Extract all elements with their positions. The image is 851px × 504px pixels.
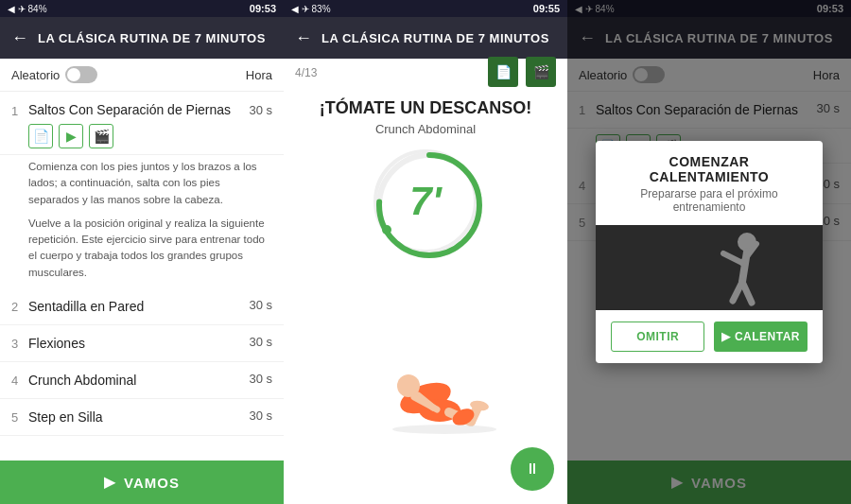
- timer-circle: 7': [373, 149, 478, 253]
- calentar-button[interactable]: ▶ CALENTAR: [714, 322, 808, 352]
- modal-overlay: COMENZAR CALENTAMIENTO Prepararse para e…: [567, 0, 851, 504]
- vamos-button-left[interactable]: ▶ VAMOS: [0, 461, 284, 504]
- exercise-name-4: Crunch Abdominal: [28, 373, 136, 388]
- rest-section: ¡TÓMATE UN DESCANSO! Crunch Abdominal 7': [284, 83, 567, 272]
- exercise-duration-1: 30 s: [249, 103, 272, 117]
- modal-card: COMENZAR CALENTAMIENTO Prepararse para e…: [596, 141, 823, 363]
- status-time-mid: 09:55: [533, 3, 560, 14]
- exercise-desc-1a: Comienza con los pies juntos y los brazo…: [0, 155, 284, 216]
- exercise-num-5: 5: [11, 410, 28, 425]
- exercise-info-3: Flexiones: [28, 335, 249, 352]
- notes-btn-mid[interactable]: 📄: [488, 57, 518, 87]
- aleatorio-control: Aleatorio: [11, 66, 97, 83]
- header-mid: ← LA CLÁSICA RUTINA DE 7 MINUTOS 📄 🎬: [284, 17, 567, 59]
- exercise-duration-4: 30 s: [249, 372, 272, 386]
- middle-panel: ◀ ✈ 83% 09:55 ← LA CLÁSICA RUTINA DE 7 M…: [284, 0, 567, 504]
- modal-header: COMENZAR CALENTAMIENTO Prepararse para e…: [596, 141, 823, 225]
- exercise-actions-1: 📄 ▶ 🎬: [28, 124, 113, 148]
- aleatorio-label: Aleatorio: [11, 68, 60, 82]
- svg-point-2: [382, 225, 391, 235]
- exercise-duration-3: 30 s: [249, 335, 272, 349]
- warmup-figure: [596, 225, 823, 310]
- video-icon-1[interactable]: 🎬: [89, 124, 113, 148]
- svg-rect-13: [596, 225, 823, 310]
- header-title-left: LA CLÁSICA RUTINA DE 7 MINUTOS: [38, 31, 266, 45]
- play-icon-1[interactable]: ▶: [59, 124, 83, 148]
- calentar-label: CALENTAR: [735, 330, 800, 343]
- rest-title: ¡TÓMATE UN DESCANSO!: [320, 98, 532, 118]
- exercise-row-1: 1 Saltos Con Separación de Piernas 30 s: [11, 101, 272, 118]
- back-button-mid[interactable]: ←: [295, 28, 312, 48]
- exercise-num-3: 3: [11, 337, 28, 351]
- vamos-play-icon-left: ▶: [104, 474, 116, 491]
- crunch-figure: [331, 327, 520, 450]
- modal-title: COMENZAR CALENTAMIENTO: [611, 154, 808, 184]
- controls-row-left: Aleatorio Hora: [0, 59, 284, 92]
- pause-button[interactable]: ⏸: [511, 447, 554, 491]
- exercise-info-5: Step en Silla: [28, 408, 249, 426]
- back-button-left[interactable]: ←: [11, 28, 28, 48]
- pause-icon: ⏸: [525, 461, 540, 478]
- header-left: ← LA CLÁSICA RUTINA DE 7 MINUTOS: [0, 17, 284, 59]
- right-panel: ◀ ✈ 84% 09:53 ← LA CLÁSICA RUTINA DE 7 M…: [567, 0, 851, 504]
- exercise-num-2: 2: [11, 300, 28, 314]
- aleatorio-toggle[interactable]: [65, 66, 97, 83]
- exercise-duration-5: 30 s: [249, 408, 272, 423]
- exercise-item-4: 4 Crunch Abdominal 30 s: [0, 362, 284, 399]
- exercise-name-5: Step en Silla: [28, 409, 103, 425]
- status-left-icons: ◀ ✈ 84%: [8, 4, 47, 14]
- modal-subtitle: Prepararse para el próximo entrenamiento: [611, 187, 808, 214]
- notes-icon-1[interactable]: 📄: [28, 124, 53, 148]
- exercise-name-1: Saltos Con Separación de Piernas: [28, 102, 231, 117]
- modal-buttons: OMITIR ▶ CALENTAR: [596, 310, 823, 363]
- exercise-list-left: 1 Saltos Con Separación de Piernas 30 s …: [0, 92, 284, 461]
- status-bar-left: ◀ ✈ 84% 09:53: [0, 0, 284, 17]
- hora-label: Hora: [246, 68, 272, 82]
- exercise-info-4: Crunch Abdominal: [28, 372, 249, 389]
- exercise-duration-2: 30 s: [249, 298, 272, 312]
- calentar-play-icon: ▶: [721, 330, 731, 343]
- omitir-button[interactable]: OMITIR: [611, 322, 704, 352]
- status-time-left: 09:53: [250, 3, 276, 14]
- exercise-item-1: 1 Saltos Con Separación de Piernas 30 s …: [0, 92, 284, 155]
- vamos-label-left: VAMOS: [124, 475, 180, 491]
- status-bar-mid: ◀ ✈ 83% 09:55: [284, 0, 567, 17]
- rest-exercise-name: Crunch Abdominal: [375, 122, 476, 136]
- svg-point-11: [392, 425, 496, 434]
- exercise-name-2: Sentadilla en Pared: [28, 299, 144, 314]
- exercise-item-5: 5 Step en Silla 30 s: [0, 399, 284, 436]
- modal-image: [596, 225, 823, 310]
- exercise-item-3: 3 Flexiones 30 s: [0, 325, 284, 362]
- exercise-num-4: 4: [11, 374, 28, 388]
- status-mid-icons: ◀ ✈ 83%: [291, 4, 331, 14]
- exercise-desc-1b: Vuelve a la posición original y realiza …: [0, 216, 284, 288]
- left-panel: ◀ ✈ 84% 09:53 ← LA CLÁSICA RUTINA DE 7 M…: [0, 0, 284, 504]
- video-btn-mid[interactable]: 🎬: [526, 57, 556, 87]
- exercise-info-1: Saltos Con Separación de Piernas: [28, 101, 249, 118]
- timer-svg: [373, 149, 485, 261]
- header-title-mid: LA CLÁSICA RUTINA DE 7 MINUTOS: [321, 31, 549, 45]
- exercise-num-1: 1: [11, 104, 28, 118]
- exercise-info-2: Sentadilla en Pared: [28, 298, 249, 315]
- exercise-name-3: Flexiones: [28, 336, 85, 351]
- mid-controls: 📄 🎬: [488, 57, 556, 87]
- exercise-item-2: 2 Sentadilla en Pared 30 s: [0, 288, 284, 325]
